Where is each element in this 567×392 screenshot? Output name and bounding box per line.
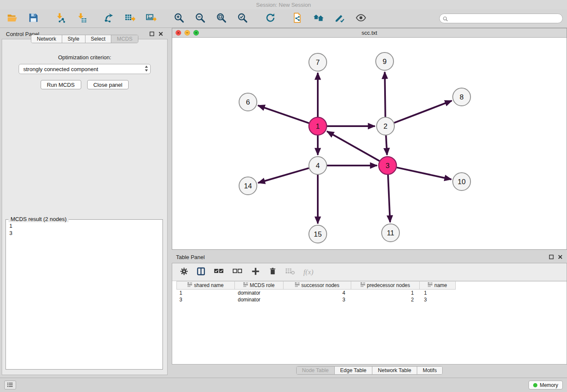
task-history-button[interactable]: [4, 381, 16, 389]
table-tab-edge-table[interactable]: Edge Table: [335, 367, 372, 374]
table-cell[interactable]: 3: [420, 296, 456, 303]
table-delete-icon: [285, 267, 295, 277]
control-tab-network[interactable]: Network: [31, 35, 62, 43]
table-cell[interactable]: 1: [420, 290, 456, 296]
zoom-out-button[interactable]: [193, 11, 207, 26]
column-header-shared-name[interactable]: shared name: [176, 282, 235, 290]
node-label: 14: [244, 182, 252, 190]
edge-2-8[interactable]: [394, 101, 452, 123]
go-home-button[interactable]: [311, 11, 326, 26]
mcds-result-title: MCDS result (2 nodes): [8, 216, 69, 222]
column-header-MCDS-role[interactable]: MCDS role: [235, 282, 284, 290]
node-8[interactable]: 8: [453, 88, 471, 106]
table-row[interactable]: 3dominator323: [176, 296, 567, 303]
table-row[interactable]: 1dominator411: [176, 290, 567, 296]
import-network-button[interactable]: [53, 11, 68, 26]
mcds-result-list[interactable]: 13: [6, 220, 162, 239]
table-cell[interactable]: dominator: [235, 296, 284, 303]
table-cell[interactable]: 3: [284, 296, 351, 303]
network-canvas[interactable]: 1234678910111415: [172, 38, 567, 249]
node-1[interactable]: 1: [309, 117, 327, 135]
edge-2-3[interactable]: [386, 135, 387, 155]
column-header-name[interactable]: name: [420, 282, 456, 290]
edge-2-9[interactable]: [385, 72, 385, 117]
search-icon: [443, 16, 448, 23]
plus-icon: [251, 267, 260, 278]
edge-1-6[interactable]: [258, 105, 309, 123]
zoom-out-icon: [195, 12, 206, 25]
node-9[interactable]: 9: [376, 52, 394, 70]
zoom-fit-icon: [216, 12, 227, 25]
table-settings-button[interactable]: [180, 267, 188, 277]
network-graph: 1234678910111415: [172, 38, 567, 249]
add-column-button[interactable]: [251, 267, 260, 278]
node-11[interactable]: 11: [382, 224, 399, 242]
column-label: predecessor nodes: [367, 282, 410, 288]
column-label: successor nodes: [301, 282, 339, 288]
node-2[interactable]: 2: [377, 117, 394, 135]
new-network-button[interactable]: [102, 11, 116, 26]
control-tab-style[interactable]: Style: [62, 35, 85, 43]
save-session-button[interactable]: [26, 11, 41, 26]
control-tab-select[interactable]: Select: [85, 35, 112, 43]
memory-button[interactable]: Memory: [528, 381, 563, 389]
table-cell[interactable]: 2: [351, 296, 420, 303]
optimization-criterion-select[interactable]: strongly connected component: [19, 64, 151, 74]
list-icon: [7, 381, 13, 389]
table-toolbar: f(x): [172, 263, 567, 281]
apply-style-button[interactable]: [333, 11, 347, 26]
column-header-successor-nodes[interactable]: successor nodes: [284, 282, 351, 290]
node-label: 11: [387, 229, 394, 237]
table-cell[interactable]: 4: [284, 290, 351, 296]
node-6[interactable]: 6: [239, 93, 257, 111]
zoom-selected-button[interactable]: [235, 11, 250, 26]
show-hide-panels-button[interactable]: [354, 11, 368, 26]
table-tab-network-table[interactable]: Network Table: [372, 367, 417, 374]
node-10[interactable]: 10: [453, 173, 471, 190]
search-input[interactable]: [439, 14, 563, 23]
table-cell[interactable]: dominator: [235, 290, 284, 296]
memory-label: Memory: [540, 382, 558, 388]
table-cell[interactable]: 1: [176, 290, 235, 296]
select-all-columns-button[interactable]: [214, 268, 224, 276]
node-4[interactable]: 4: [309, 157, 327, 174]
edge-3-1[interactable]: [327, 131, 380, 161]
column-header-predecessor-nodes[interactable]: predecessor nodes: [351, 282, 420, 290]
control-panel: Control Panel NetworkStyleSelectMCDS Opt…: [2, 29, 168, 375]
import-table-button[interactable]: [74, 11, 89, 26]
export-table-button[interactable]: [123, 11, 137, 26]
table-panel-title: Table Panel: [176, 254, 205, 260]
close-table-panel-icon[interactable]: [558, 254, 563, 259]
zoom-fit-button[interactable]: [214, 11, 228, 26]
import-network-icon: [55, 12, 66, 25]
export-image-button[interactable]: [144, 11, 158, 26]
delete-column-button[interactable]: [269, 267, 277, 277]
edge-3-11[interactable]: [388, 175, 390, 222]
close-panel-button[interactable]: Close panel: [87, 80, 129, 89]
node-3[interactable]: 3: [379, 157, 396, 174]
window-title: Session: New Session: [256, 2, 311, 8]
node-7[interactable]: 7: [309, 53, 327, 71]
run-mcds-button[interactable]: Run MCDS: [41, 80, 81, 89]
edge-4-14[interactable]: [258, 168, 309, 183]
unselect-all-columns-button[interactable]: [232, 268, 242, 276]
float-table-panel-icon[interactable]: [549, 254, 554, 259]
zoom-in-button[interactable]: [172, 11, 186, 26]
show-columns-button[interactable]: [197, 267, 205, 277]
refresh-view-button[interactable]: [263, 11, 278, 26]
node-label: 4: [316, 162, 319, 170]
dropdown-stepper-icon: [144, 65, 149, 73]
status-bar: Memory: [0, 378, 567, 392]
table-tab-motifs[interactable]: Motifs: [417, 367, 442, 374]
edge-3-10[interactable]: [396, 168, 451, 179]
table-tab-node-table[interactable]: Node Table: [297, 367, 335, 374]
node-14[interactable]: 14: [239, 177, 257, 195]
open-session-network-button[interactable]: [290, 11, 305, 26]
table-cell[interactable]: 3: [176, 296, 235, 303]
delete-table-button: [285, 267, 295, 277]
zoom-selected-icon: [237, 12, 248, 25]
table-cell[interactable]: 1: [351, 290, 420, 296]
open-file-button[interactable]: [5, 11, 19, 26]
control-tab-mcds[interactable]: MCDS: [111, 35, 138, 43]
node-15[interactable]: 15: [309, 225, 327, 243]
